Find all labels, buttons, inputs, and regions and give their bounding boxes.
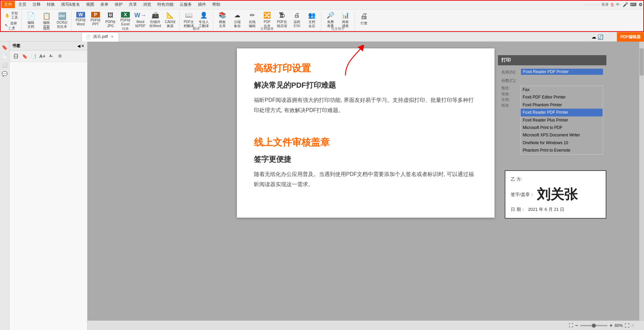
menu-home[interactable]: 主页 [16,1,29,8]
sidebar-collapse-btn[interactable]: ✕ [81,44,84,48]
section1-title: 高级打印设置 [254,62,478,75]
pdf-excel-icon: X [121,12,130,18]
tools-group-label: 工具 [1,26,21,31]
ribbon-group-edit: 📄 编辑 文档 📋 编辑 页面 🔤 OCR识 别文本 编辑 [22,11,72,32]
sync-icon[interactable]: 🔄 [598,34,603,40]
increase-font-btn[interactable]: A+ [39,52,46,60]
section2-subtitle: 签字更便捷 [254,154,478,164]
translate-group-label: 翻译 [180,26,213,31]
ribbon-group-doc-service: 📚 模板 文库 ☁ 云端 备份 ✏ 在线 编辑 🔀 PDF 合并 🗜 [213,11,321,32]
printer-ms-xps[interactable]: Microsoft XPS Document Writer [521,131,603,139]
ribbon-group-translate: 📖 PDF文 档翻译 👤 专业人 工翻译 翻译 [180,11,213,32]
menu-help[interactable]: 帮助 [209,1,223,8]
bookmark-panel-btn[interactable]: 🔖 [1,44,8,51]
menu-cloud[interactable]: 云服务 [177,1,195,8]
zoom-value: 80% [615,323,623,328]
decrease-font-btn[interactable]: A- [47,52,55,60]
print-window-btn[interactable]: 🖨 打窝 [357,11,371,29]
edit-doc-icon: 📄 [26,12,36,20]
doc-service-group-label: 文档服务 [213,26,321,31]
printer-fax[interactable]: Fax [521,86,603,93]
sogou-logo: S [611,2,614,7]
mic-icon[interactable]: 🎤 [623,2,628,7]
menu-sign[interactable]: 填写&签名 [58,1,83,8]
read-check-icon: 📊 [341,12,350,19]
fit-page-icon[interactable]: ⛶ [625,323,629,328]
menu-plugin[interactable]: 插件 [195,1,209,8]
cloud-icon: ☁ [233,12,242,19]
pdf-jpg-icon: 🖼 [106,12,115,19]
printer-foxit-plus[interactable]: Foxit Reader Plus Printer [521,116,603,124]
login-button[interactable]: 登录 [601,2,609,7]
menu-form[interactable]: 表单 [98,1,111,8]
keyboard-icon[interactable]: ⌨ [630,2,637,7]
sidebar-settings-btn[interactable]: ⚙ [56,52,64,60]
print-dialog-body: 名称(N): Foxit Reader PDF Printer 份数(C): 预… [498,65,606,160]
template-icon: 📚 [218,12,227,19]
printer-list[interactable]: Fax Foxit PDF Editor Printer Foxit Phant… [520,86,603,155]
printer-onenote[interactable]: OneNote for Windows 10 [521,139,603,147]
sidebar-header: 书签 ◀ ✕ [9,42,87,50]
hand-tool-btn[interactable]: ✋ 手型工具 [3,11,19,20]
tab-bar: ☁ 🔄 📄 演示.pdf × PDF编辑器 [0,32,644,42]
hand-tool-label: 手型工具 [11,12,18,20]
expand-icon[interactable]: ⛶ [569,323,573,328]
pdf-ppt-icon: P [91,12,100,18]
main-area: 🔖 📄 ⬜ 💬 书签 ◀ ✕ 🔖 � [0,42,644,330]
layers-panel-btn[interactable]: ⬜ [1,61,8,69]
menu-view[interactable]: 视图 [83,1,97,8]
sig-name: 刘关张 [537,185,578,204]
pdf-editor-label: PDF编辑器 [617,32,644,42]
printer-foxit-phantom[interactable]: Foxit Phantom Printer [521,101,603,109]
svg-text:📑: 📑 [31,53,36,59]
pdf-area[interactable]: 高级打印设置 解决常见的PDF打印难题 福昕PDF阅读器拥有强大的打印功能, 界… [87,42,644,330]
print-dialog-title: 打印 [498,55,606,65]
zoom-thumb[interactable] [592,324,596,328]
menu-protect[interactable]: 保护 [112,1,125,8]
zoom-slider[interactable] [580,325,607,326]
printer-evernote[interactable]: Phantom Print to Evernote [521,147,603,154]
settings-icon[interactable]: ⚙ [639,2,643,7]
printer-foxit-editor[interactable]: Foxit PDF Editor Printer [521,93,603,101]
add-level-btn[interactable]: 📑 [30,52,37,60]
edit-page-icon: 📋 [42,12,51,20]
meeting-icon: 👥 [307,12,317,19]
scroll-track[interactable] [639,42,644,321]
print-icon: 🖨 [359,12,369,21]
signature-panel: 乙 方: 签字/盖章： 刘关张 日 期： 2021 年 6 月 21 日 [505,170,606,219]
zoom-plus-btn[interactable]: + [609,323,612,329]
compress-icon: 🗜 [277,12,287,19]
pro-translate-icon: 👤 [199,12,208,19]
sogou-label: 中· [616,2,621,7]
add-child-btn[interactable]: 🔖 [21,52,28,60]
menu-annotate[interactable]: 注释 [30,1,43,8]
menu-file[interactable]: 文件 [1,1,15,8]
tab-label: 演示.pdf [93,34,108,40]
menu-share[interactable]: 共享 [126,1,140,8]
date-value: 2021 年 6 月 21 日 [528,206,565,213]
tab-close-btn[interactable]: × [110,35,115,39]
comments-panel-btn[interactable]: 💬 [1,70,8,78]
bookmark-sidebar: 书签 ◀ ✕ 🔖 📑 A+ [9,42,87,330]
menu-convert[interactable]: 转换 [44,1,58,8]
sidebar-title: 书签 [12,43,20,49]
printer-foxit-reader[interactable]: Foxit Reader PDF Printer [521,109,603,116]
pages-panel-btn[interactable]: 📄 [1,52,8,60]
tab-demo-pdf[interactable]: 📄 演示.pdf × [81,32,119,42]
menu-browse[interactable]: 浏览 [140,1,154,8]
sidebar-expand-btn[interactable]: ◀ [77,44,80,48]
ribbon-container: 文件 主页 注释 转换 填写&签名 视图 表单 保护 共享 浏览 特色功能 云服… [0,0,644,32]
printer-name-field[interactable]: Foxit Reader PDF Printer [521,69,603,75]
tab-pdf-icon: 📄 [86,35,91,39]
search-box[interactable] [585,4,599,5]
cloud-sync-icon[interactable]: ☁ [591,34,596,40]
scroll-thumb[interactable] [640,48,644,75]
printer-ms-pdf[interactable]: Microsoft Print to PDF [521,124,603,131]
menu-special[interactable]: 特色功能 [155,1,176,8]
zoom-minus-btn[interactable]: − [575,323,578,329]
sidebar-content [9,62,87,330]
status-bar: ⛶ − + 80% ⛶ // [87,321,644,330]
add-bookmark-btn[interactable] [12,52,20,60]
section1-body: 福昕PDF阅读器拥有强大的打印功能, 界面友好易于学习。支持虚拟打印、批量打印等… [254,95,478,116]
scan-icon: 📠 [150,12,160,19]
